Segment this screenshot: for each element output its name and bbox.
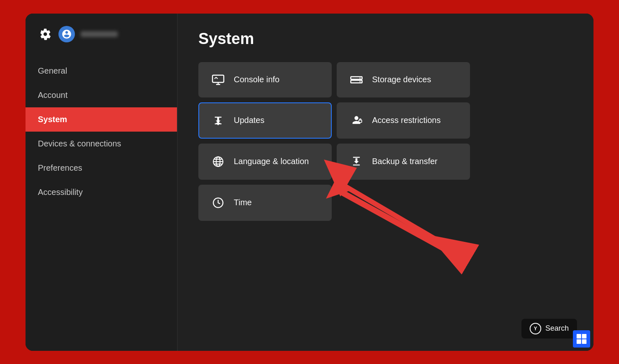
settings-grid: Console info Storage devices xyxy=(198,62,470,221)
svg-rect-23 xyxy=(582,334,586,338)
search-button[interactable]: Y Search xyxy=(521,319,577,338)
grid-item-time[interactable]: Time xyxy=(198,185,332,221)
grid-item-backup[interactable]: Backup & transfer xyxy=(337,144,470,180)
search-label: Search xyxy=(545,324,569,333)
main-content: System Console info xyxy=(178,14,593,351)
svg-rect-25 xyxy=(582,339,586,344)
grid-item-updates[interactable]: Updates xyxy=(198,102,332,139)
page-title: System xyxy=(198,30,573,48)
sidebar-item-general[interactable]: General xyxy=(26,59,177,83)
sidebar-item-preferences[interactable]: Preferences xyxy=(26,156,177,180)
svg-rect-0 xyxy=(212,75,224,82)
console-info-label: Console info xyxy=(234,75,279,84)
grid-item-storage[interactable]: Storage devices xyxy=(337,62,470,97)
grid-item-language[interactable]: Language & location xyxy=(198,144,332,180)
storage-icon xyxy=(350,74,363,85)
sidebar-navigation: General Account System Devices & connect… xyxy=(26,59,177,204)
svg-point-8 xyxy=(360,81,361,82)
sidebar-header xyxy=(26,26,177,55)
svg-rect-24 xyxy=(577,339,581,344)
grid-item-access-restrictions[interactable]: Access restrictions xyxy=(337,102,470,139)
sidebar-item-devices[interactable]: Devices & connections xyxy=(26,132,177,156)
monitor-icon xyxy=(212,74,225,85)
tv-frame: General Account System Devices & connect… xyxy=(26,14,593,351)
access-restrictions-label: Access restrictions xyxy=(372,116,441,125)
sidebar-item-system[interactable]: System xyxy=(26,107,177,132)
svg-line-4 xyxy=(216,77,218,79)
username-display xyxy=(81,31,118,37)
download-icon xyxy=(212,115,225,126)
storage-label: Storage devices xyxy=(372,75,431,84)
grid-item-console-info[interactable]: Console info xyxy=(198,62,332,97)
sidebar: General Account System Devices & connect… xyxy=(26,14,178,351)
svg-rect-9 xyxy=(359,120,362,122)
avatar xyxy=(58,26,75,42)
svg-point-7 xyxy=(360,77,361,79)
time-label: Time xyxy=(234,198,252,207)
sidebar-item-account[interactable]: Account xyxy=(26,83,177,107)
clock-icon xyxy=(212,197,225,209)
y-button-icon: Y xyxy=(530,323,541,334)
svg-rect-22 xyxy=(577,334,581,338)
language-label: Language & location xyxy=(234,157,309,166)
person-lock-icon xyxy=(350,115,363,126)
corner-logo xyxy=(573,330,590,348)
backup-label: Backup & transfer xyxy=(372,157,437,166)
upload-icon xyxy=(350,156,363,167)
y-label: Y xyxy=(534,326,537,332)
updates-label: Updates xyxy=(234,116,265,125)
gear-icon xyxy=(38,27,53,42)
sidebar-item-accessibility[interactable]: Accessibility xyxy=(26,180,177,204)
globe-icon xyxy=(212,156,225,167)
